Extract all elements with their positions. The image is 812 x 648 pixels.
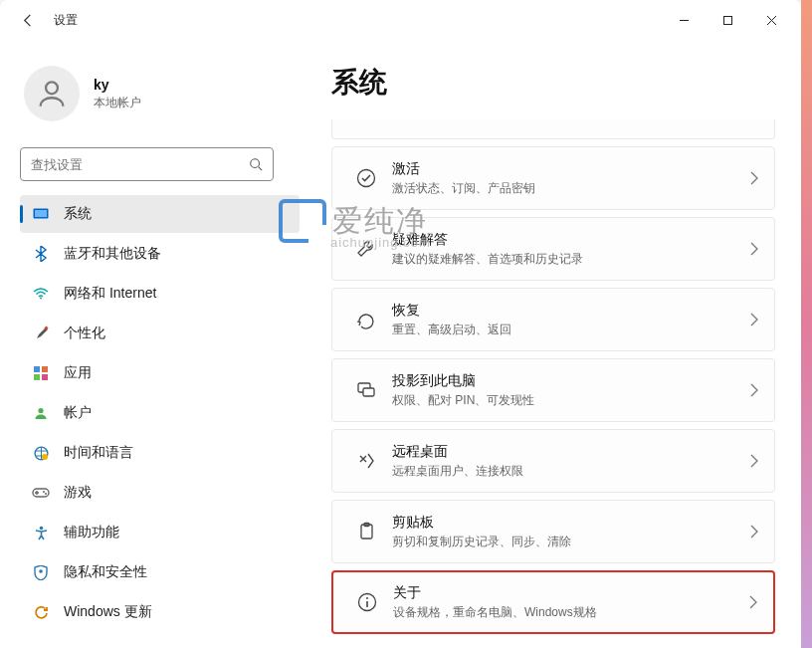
back-button[interactable] bbox=[8, 0, 48, 40]
settings-card-project[interactable]: 投影到此电脑 权限、配对 PIN、可发现性 bbox=[331, 358, 775, 422]
svg-point-21 bbox=[358, 170, 375, 187]
chevron-right-icon bbox=[750, 242, 758, 256]
nav-item-gaming[interactable]: 游戏 bbox=[20, 474, 300, 512]
card-desc: 剪切和复制历史记录、同步、清除 bbox=[392, 534, 750, 550]
nav-label: 网络和 Internet bbox=[64, 285, 156, 303]
profile-subtitle: 本地帐户 bbox=[94, 95, 141, 111]
nav-item-personalization[interactable]: 个性化 bbox=[20, 315, 300, 352]
svg-rect-23 bbox=[363, 388, 374, 396]
svg-point-20 bbox=[39, 569, 43, 573]
close-button[interactable] bbox=[749, 5, 793, 35]
settings-card-remote[interactable]: 远程桌面 远程桌面用户、连接权限 bbox=[331, 429, 775, 493]
settings-card-clipboard[interactable]: 剪贴板 剪切和复制历史记录、同步、清除 bbox=[331, 500, 775, 563]
chevron-right-icon bbox=[750, 383, 758, 397]
search-icon bbox=[249, 157, 263, 171]
window-controls bbox=[662, 5, 793, 35]
close-icon bbox=[766, 15, 777, 26]
update-icon bbox=[32, 605, 50, 620]
card-text: 远程桌面 远程桌面用户、连接权限 bbox=[386, 443, 750, 480]
svg-rect-9 bbox=[34, 366, 40, 372]
globe-clock-icon bbox=[32, 446, 50, 461]
search-input[interactable] bbox=[31, 157, 249, 172]
chevron-right-icon bbox=[750, 525, 758, 539]
settings-window: 设置 ky 本地帐户 bbox=[0, 0, 801, 648]
gamepad-icon bbox=[32, 487, 50, 499]
card-desc: 建议的疑难解答、首选项和历史记录 bbox=[392, 251, 750, 268]
settings-card-activation[interactable]: 激活 激活状态、订阅、产品密钥 bbox=[331, 146, 775, 210]
nav-label: 隐私和安全性 bbox=[64, 563, 147, 581]
settings-card-list: 激活 激活状态、订阅、产品密钥 疑难解答 建议的疑难解答、首选项和历史记录 bbox=[331, 119, 775, 637]
nav-label: Windows 更新 bbox=[64, 603, 152, 621]
card-text: 恢复 重置、高级启动、返回 bbox=[386, 302, 750, 338]
card-title: 投影到此电脑 bbox=[392, 372, 750, 390]
chevron-right-icon bbox=[750, 313, 758, 326]
remote-desktop-icon bbox=[346, 450, 386, 472]
nav-label: 应用 bbox=[64, 364, 92, 382]
svg-point-27 bbox=[366, 597, 368, 599]
check-circle-icon bbox=[346, 167, 386, 189]
svg-point-7 bbox=[40, 298, 42, 300]
info-icon bbox=[347, 591, 387, 613]
svg-rect-12 bbox=[42, 374, 48, 380]
card-title: 剪贴板 bbox=[392, 514, 750, 532]
card-desc: 重置、高级启动、返回 bbox=[392, 322, 750, 338]
settings-card-partial[interactable] bbox=[331, 119, 775, 139]
svg-point-19 bbox=[39, 526, 43, 530]
settings-card-troubleshoot[interactable]: 疑难解答 建议的疑难解答、首选项和历史记录 bbox=[331, 217, 775, 281]
sidebar: ky 本地帐户 系统 蓝牙和其他设备 bbox=[0, 40, 304, 648]
minimize-button[interactable] bbox=[662, 5, 706, 35]
card-title: 远程桌面 bbox=[392, 443, 750, 461]
nav-label: 时间和语言 bbox=[64, 444, 133, 462]
desktop-edge bbox=[801, 0, 812, 648]
nav-label: 个性化 bbox=[64, 324, 105, 342]
brush-icon bbox=[32, 325, 50, 341]
settings-card-about[interactable]: 关于 设备规格，重命名电脑、Windows规格 bbox=[331, 570, 775, 634]
chevron-right-icon bbox=[750, 171, 758, 185]
card-title: 疑难解答 bbox=[392, 231, 750, 249]
nav-item-time[interactable]: 时间和语言 bbox=[20, 434, 300, 472]
bluetooth-icon bbox=[32, 246, 50, 262]
card-text: 投影到此电脑 权限、配对 PIN、可发现性 bbox=[386, 372, 750, 409]
wifi-icon bbox=[32, 288, 50, 300]
card-text: 疑难解答 建议的疑难解答、首选项和历史记录 bbox=[386, 231, 750, 268]
wrench-icon bbox=[346, 238, 386, 260]
shield-icon bbox=[32, 565, 50, 580]
nav-list: 系统 蓝牙和其他设备 网络和 Internet 个性化 应用 bbox=[20, 195, 300, 631]
search-box[interactable] bbox=[20, 147, 274, 181]
card-desc: 设备规格，重命名电脑、Windows规格 bbox=[393, 604, 749, 621]
card-title: 关于 bbox=[393, 584, 749, 602]
titlebar: 设置 bbox=[0, 0, 801, 40]
card-desc: 激活状态、订阅、产品密钥 bbox=[392, 180, 750, 197]
svg-rect-6 bbox=[35, 210, 47, 217]
settings-card-recovery[interactable]: 恢复 重置、高级启动、返回 bbox=[331, 288, 775, 351]
nav-item-privacy[interactable]: 隐私和安全性 bbox=[20, 553, 300, 591]
nav-item-network[interactable]: 网络和 Internet bbox=[20, 275, 300, 313]
card-title: 恢复 bbox=[392, 302, 750, 320]
svg-point-18 bbox=[45, 493, 47, 495]
profile-name: ky bbox=[94, 77, 141, 93]
card-desc: 远程桌面用户、连接权限 bbox=[392, 463, 750, 480]
nav-label: 帐户 bbox=[64, 404, 92, 422]
nav-item-accounts[interactable]: 帐户 bbox=[20, 394, 300, 432]
nav-label: 蓝牙和其他设备 bbox=[64, 245, 161, 263]
svg-rect-11 bbox=[34, 374, 40, 380]
chevron-right-icon bbox=[750, 454, 758, 468]
nav-item-accessibility[interactable]: 辅助功能 bbox=[20, 514, 300, 551]
nav-item-apps[interactable]: 应用 bbox=[20, 354, 300, 392]
maximize-button[interactable] bbox=[706, 5, 749, 35]
nav-item-update[interactable]: Windows 更新 bbox=[20, 593, 300, 631]
nav-item-system[interactable]: 系统 bbox=[20, 195, 300, 233]
card-text: 激活 激活状态、订阅、产品密钥 bbox=[386, 160, 750, 197]
nav-label: 辅助功能 bbox=[64, 524, 119, 541]
project-icon bbox=[346, 379, 386, 401]
nav-label: 游戏 bbox=[64, 484, 92, 502]
maximize-icon bbox=[722, 15, 733, 26]
svg-point-15 bbox=[42, 454, 48, 460]
nav-label: 系统 bbox=[64, 205, 92, 223]
profile[interactable]: ky 本地帐户 bbox=[20, 48, 300, 141]
svg-point-13 bbox=[38, 408, 43, 413]
svg-point-17 bbox=[43, 491, 45, 493]
card-desc: 权限、配对 PIN、可发现性 bbox=[392, 392, 750, 409]
profile-text: ky 本地帐户 bbox=[94, 77, 141, 111]
nav-item-bluetooth[interactable]: 蓝牙和其他设备 bbox=[20, 235, 300, 273]
